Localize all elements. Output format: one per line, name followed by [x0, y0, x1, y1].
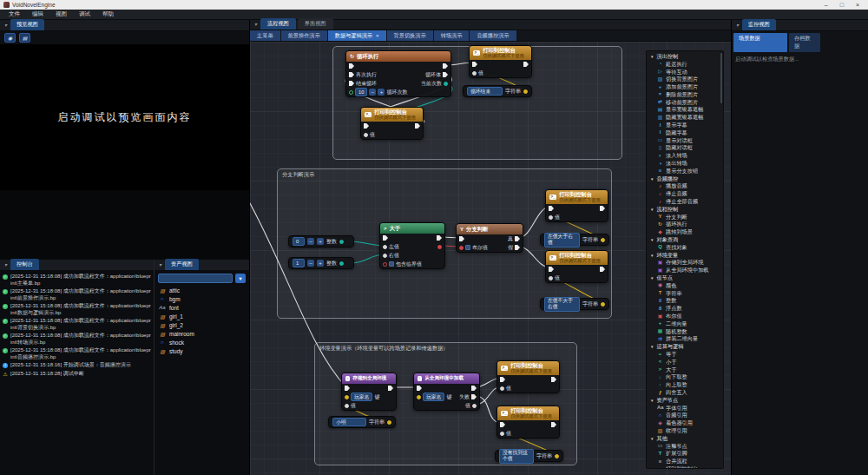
- count-in-pin[interactable]: [349, 90, 353, 95]
- palette-item[interactable]: ▣从全局环境中加载: [647, 267, 723, 274]
- menu-item[interactable]: 编辑: [32, 10, 43, 18]
- palette-item[interactable]: ▭注释节点: [647, 443, 723, 451]
- exec-out-pin[interactable]: [600, 206, 605, 211]
- exec-out-pin[interactable]: [415, 123, 420, 129]
- string-out-pin[interactable]: [601, 238, 605, 242]
- close-icon[interactable]: ×: [376, 33, 379, 38]
- integer-out-pin[interactable]: [339, 261, 344, 266]
- asset-item[interactable]: ▨study: [155, 346, 249, 355]
- asset-item[interactable]: ∩bgm: [155, 294, 249, 303]
- doc-tab[interactable]: 音频播控演示: [470, 30, 516, 41]
- tab-console[interactable]: 控制台: [10, 259, 39, 270]
- node-integer-literal[interactable]: 0 – + 整数: [288, 235, 354, 247]
- palette-item[interactable]: ⇄移动前景图片: [647, 99, 723, 107]
- palette-item[interactable]: ◉颜色: [647, 282, 723, 290]
- palette-item[interactable]: ♪停止全部音频: [647, 198, 723, 206]
- palette-item[interactable]: ≡显示分支按钮: [647, 168, 723, 175]
- palette-item[interactable]: ▦随机整数: [647, 328, 723, 336]
- inclusive-checkbox[interactable]: [389, 261, 394, 267]
- value-in-pin[interactable]: [549, 215, 553, 220]
- palette-category[interactable]: ▼资产节点: [647, 397, 723, 405]
- decrement-button[interactable]: –: [307, 238, 314, 245]
- increment-button[interactable]: +: [317, 260, 324, 267]
- doc-tab[interactable]: 背景切换演示: [387, 30, 433, 41]
- doc-tab[interactable]: 数据与逻辑演示×: [328, 30, 386, 41]
- palette-item[interactable]: ▨切换背景图片: [647, 76, 723, 83]
- palette-item[interactable]: ♪停止音频: [647, 190, 723, 198]
- string-value-input[interactable]: 左值不大于右值: [544, 297, 580, 312]
- palette-item[interactable]: ▷等待互动: [647, 69, 723, 76]
- asset-item[interactable]: ▨girl_2: [155, 320, 249, 329]
- integer-value-input[interactable]: 1: [293, 259, 305, 267]
- palette-item[interactable]: ▭显示对话框: [647, 137, 723, 145]
- palette-item[interactable]: Q查找对象: [647, 244, 723, 252]
- right-value-pin[interactable]: [383, 254, 387, 258]
- exec-in-pin[interactable]: [417, 386, 422, 391]
- exec-in-pin[interactable]: [549, 267, 554, 272]
- node-print-to-console[interactable]: >_ 打印到控制台仅供调试模式下使用 值: [545, 189, 608, 222]
- node-string-literal[interactable]: 左值大于右值 字符串: [540, 234, 609, 246]
- dock-pin-icon[interactable]: ▾: [3, 20, 9, 30]
- palette-item[interactable]: ▯隐藏对话框: [647, 145, 723, 153]
- asset-item[interactable]: ▨girl_1: [155, 312, 249, 320]
- palette-item[interactable]: ≡合并流程: [647, 458, 723, 465]
- node-load-from-global-env[interactable]: ↑ 从全局环境中加载 玩家名键失败 值: [413, 373, 480, 411]
- view-tab[interactable]: 流程视图: [260, 18, 296, 30]
- exec-in-pin[interactable]: [459, 236, 464, 241]
- palette-item[interactable]: ∩音频引用: [647, 412, 723, 419]
- exec-fail-pin[interactable]: [471, 394, 477, 399]
- node-print-to-console[interactable]: >_ 打印到控制台仅供调试模式下使用 值: [496, 406, 560, 439]
- exec-out-pin[interactable]: [388, 386, 393, 391]
- palette-item[interactable]: ⇉拼装二维向量: [647, 335, 723, 343]
- palette-item[interactable]: >_打印到控制台: [647, 465, 723, 469]
- palette-item[interactable]: Y分支判断: [647, 214, 723, 221]
- asset-item[interactable]: ∩shock: [155, 338, 249, 346]
- exec-out-pin[interactable]: [471, 386, 477, 391]
- exec-in-pin[interactable]: [349, 63, 354, 69]
- exec-out-pin[interactable]: [551, 422, 556, 427]
- palette-category[interactable]: ▼音频播控: [647, 175, 723, 183]
- dock-pin-icon[interactable]: ▾: [157, 260, 163, 270]
- asset-item[interactable]: Aafont: [155, 303, 249, 312]
- bool-checkbox[interactable]: [465, 245, 470, 250]
- palette-item[interactable]: ↓向下取整: [647, 373, 723, 381]
- menu-item[interactable]: 文件: [9, 10, 20, 18]
- dock-pin-icon[interactable]: ▾: [253, 19, 259, 30]
- palette-item[interactable]: ◔延迟执行: [647, 61, 723, 69]
- increment-button[interactable]: +: [378, 89, 385, 96]
- menu-item[interactable]: 调试: [79, 10, 90, 18]
- exec-true-pin[interactable]: [515, 236, 520, 241]
- palette-item[interactable]: ↑向上取整: [647, 381, 723, 389]
- exec-out-pin[interactable]: [523, 62, 529, 67]
- left-value-pin[interactable]: [383, 245, 387, 249]
- palette-item[interactable]: >大于: [647, 366, 723, 374]
- palette-item[interactable]: T扩展引脚: [647, 450, 723, 458]
- asset-item[interactable]: ▨attic: [155, 286, 249, 294]
- integer-value-input[interactable]: 0: [293, 237, 305, 246]
- integer-out-pin[interactable]: [339, 240, 344, 244]
- palette-item[interactable]: ◑淡出转场: [647, 160, 723, 168]
- tab-preview-view[interactable]: 预览视图: [10, 19, 44, 30]
- exec-out-pin[interactable]: [443, 63, 448, 69]
- value-in-pin[interactable]: [472, 71, 477, 76]
- exec-in-pin[interactable]: [345, 386, 350, 391]
- exec-false-pin[interactable]: [515, 245, 520, 250]
- palette-item[interactable]: <小于: [647, 359, 723, 366]
- node-print-to-console[interactable]: >_ 打印到控制台仅供调试模式下使用 值: [360, 107, 424, 140]
- count-input[interactable]: 10: [355, 88, 367, 96]
- decrement-button[interactable]: –: [369, 89, 376, 96]
- minimize-button[interactable]: –: [825, 0, 828, 10]
- node-string-literal[interactable]: 循环结束 字符串: [463, 85, 532, 97]
- doc-tab[interactable]: 前景操作演示: [281, 30, 327, 41]
- dock-pin-icon[interactable]: ▾: [3, 260, 9, 270]
- doc-tab[interactable]: 主菜单: [250, 30, 280, 41]
- key-input[interactable]: 玩家名: [423, 393, 444, 401]
- maximize-button[interactable]: □: [840, 0, 844, 10]
- string-out-pin[interactable]: [555, 454, 559, 459]
- palette-category[interactable]: ▼其他: [647, 435, 723, 443]
- palette-category[interactable]: ▼流程控制: [647, 206, 723, 214]
- exec-again-pin[interactable]: [349, 72, 354, 77]
- string-value-input[interactable]: 左值大于右值: [544, 233, 580, 247]
- exec-out-pin[interactable]: [437, 235, 442, 241]
- node-graph-canvas[interactable]: 分支判断演示 环境变量演示（环境变量可以跨场景记录和传递数据）: [250, 42, 731, 475]
